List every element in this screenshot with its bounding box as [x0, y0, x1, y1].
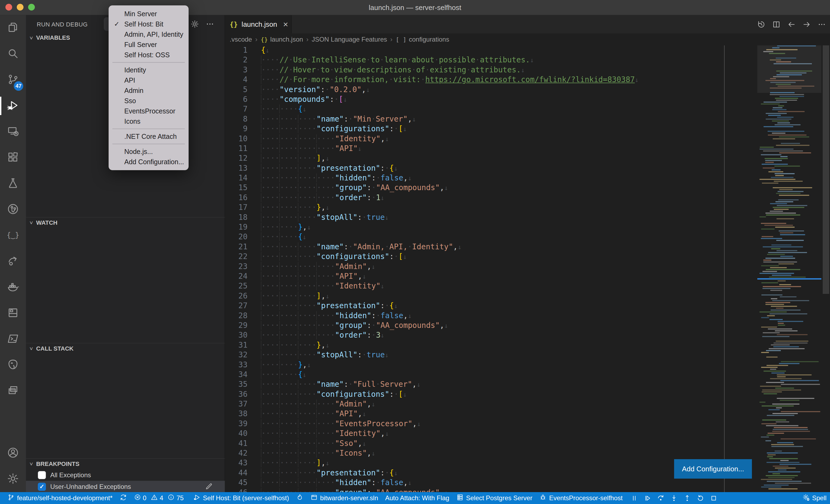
statusbar-item-feature-self-hosted-development-[interactable]: feature/self-hosted-development*	[4, 492, 116, 504]
menu-item-icons[interactable]: Icons	[108, 116, 189, 126]
line-number[interactable]: 42	[225, 448, 248, 458]
code-line[interactable]: 29················"group":·"AA_compounds…	[225, 321, 757, 330]
pause-icon[interactable]	[629, 493, 640, 503]
activitybar-item-run-and-debug[interactable]	[0, 93, 26, 119]
open-launch-json-gear-icon[interactable]	[190, 19, 200, 29]
step-over-icon[interactable]	[655, 493, 666, 503]
breakpoint-row[interactable]: All Exceptions	[26, 469, 225, 481]
section-header-call-stack[interactable]: >CALL STACK	[26, 343, 225, 354]
breadcrumb-item-launch-json[interactable]: {}launch.json	[261, 36, 303, 43]
code-line[interactable]: 15················"group":·"AA_compounds…	[225, 183, 757, 193]
line-number[interactable]: 27	[225, 301, 248, 311]
code-line[interactable]: 6····"compounds":·[↓	[225, 95, 757, 104]
code-line[interactable]: 1{↓	[225, 45, 757, 55]
line-number[interactable]: 26	[225, 291, 248, 301]
menu-item-full-server[interactable]: Full Server	[108, 39, 189, 50]
code-line[interactable]: 41················"Sso",↓	[225, 439, 757, 448]
code-line[interactable]: 2····//·Use·IntelliSense·to·learn·about·…	[225, 55, 757, 65]
section-header-breakpoints[interactable]: >BREAKPOINTS	[26, 458, 225, 469]
code-line[interactable]: 4····//·For·more·information,·visit:·htt…	[225, 75, 757, 85]
line-number[interactable]: 38	[225, 409, 248, 418]
code-line[interactable]: 13············"presentation":·{↓	[225, 163, 757, 173]
more-icon[interactable]	[817, 20, 826, 29]
editor-scrollbar[interactable]	[822, 45, 830, 492]
line-number[interactable]: 4	[225, 75, 248, 85]
line-number[interactable]: 44	[225, 468, 248, 478]
code-line[interactable]: 24················"API",↓	[225, 271, 757, 281]
menu-item-min-server[interactable]: Min Server	[108, 9, 189, 19]
restart-icon[interactable]	[695, 493, 706, 503]
line-number[interactable]: 10	[225, 134, 248, 144]
activitybar-item-window-layouts[interactable]	[0, 378, 26, 404]
statusbar-item-bitwarden-server-sln[interactable]: bitwarden-server.sln	[307, 492, 382, 504]
code-line[interactable]: 18············"stopAll":·true↓	[225, 212, 757, 222]
line-number[interactable]: 8	[225, 114, 248, 124]
statusbar-item-spell[interactable]: Spell	[799, 492, 830, 504]
activitybar-item-terminal[interactable]	[0, 326, 26, 352]
line-number[interactable]: 16	[225, 193, 248, 203]
menu-item--net-core-attach[interactable]: .NET Core Attach	[108, 131, 189, 141]
menu-item-identity[interactable]: Identity	[108, 65, 189, 75]
line-number[interactable]: 23	[225, 262, 248, 271]
close-tab-icon[interactable]: ×	[283, 20, 288, 29]
activitybar-item-search[interactable]	[0, 41, 26, 67]
line-number[interactable]: 36	[225, 390, 248, 399]
code-line[interactable]: 25················"Identity"↓	[225, 281, 757, 291]
line-number[interactable]: 35	[225, 379, 248, 389]
code-line[interactable]: 37················"Admin",↓	[225, 399, 757, 409]
activitybar-item-testing[interactable]	[0, 171, 26, 197]
statusbar-item-select-postgres-server[interactable]: Select Postgres Server	[453, 492, 536, 504]
line-number[interactable]: 28	[225, 311, 248, 321]
line-number[interactable]: 12	[225, 154, 248, 163]
breadcrumb-item--vscode[interactable]: .vscode	[230, 36, 252, 43]
menu-item-eventsprocessor[interactable]: EventsProcessor	[108, 106, 189, 116]
breadcrumb-item-configurations[interactable]: [ ]configurations	[395, 36, 449, 43]
menu-item-admin[interactable]: Admin	[108, 86, 189, 96]
code-line[interactable]: 32············"stopAll":·true↓	[225, 350, 757, 360]
breakpoint-checkbox[interactable]: ✓	[38, 483, 46, 491]
arrow-left-icon[interactable]	[787, 20, 796, 29]
line-number[interactable]: 19	[225, 222, 248, 232]
line-number[interactable]: 3	[225, 65, 248, 75]
line-number[interactable]: 37	[225, 399, 248, 409]
code-line[interactable]: 8············"name":·"Min·Server",↓	[225, 114, 757, 124]
code-line[interactable]: 21············"name":·"Admin,·API,·Ident…	[225, 242, 757, 252]
section-header-watch[interactable]: >WATCH	[26, 217, 225, 228]
stop-icon[interactable]	[708, 493, 719, 503]
code-line[interactable]: 45················"hidden":·false,↓	[225, 478, 757, 488]
code-line[interactable]: 3····//·Hover·to·view·descriptions·of·ex…	[225, 65, 757, 75]
line-number[interactable]: 32	[225, 350, 248, 360]
activitybar-item-explorer[interactable]	[0, 15, 26, 41]
line-number[interactable]: 31	[225, 340, 248, 350]
step-into-icon[interactable]	[668, 493, 679, 503]
code-line[interactable]: 17············},↓	[225, 203, 757, 212]
line-number[interactable]: 40	[225, 429, 248, 438]
code-line[interactable]: 31············},↓	[225, 340, 757, 350]
line-number[interactable]: 13	[225, 163, 248, 173]
activitybar-item-extensions[interactable]	[0, 145, 26, 171]
activitybar-item-source-control[interactable]: 47	[0, 67, 26, 93]
step-out-icon[interactable]	[682, 493, 693, 503]
line-number[interactable]: 18	[225, 212, 248, 222]
line-number[interactable]: 7	[225, 104, 248, 114]
activitybar-item-account[interactable]	[0, 440, 26, 466]
menu-item-api[interactable]: API	[108, 75, 189, 86]
line-number[interactable]: 15	[225, 183, 248, 193]
code-line[interactable]: 36············"configurations":·[↓	[225, 390, 757, 399]
line-number[interactable]: 33	[225, 360, 248, 370]
code-line[interactable]: 7········{↓	[225, 104, 757, 114]
line-number[interactable]: 45	[225, 478, 248, 488]
line-number[interactable]: 29	[225, 321, 248, 330]
code-editor[interactable]: 1{↓2····//·Use·IntelliSense·to·learn·abo…	[225, 45, 757, 498]
statusbar-item-auto-attach-with-flag[interactable]: Auto Attach: With Flag	[382, 492, 452, 504]
line-number[interactable]: 1	[225, 45, 248, 55]
activitybar-item-remote-explorer[interactable]	[0, 119, 26, 145]
minimap-viewport[interactable]	[757, 45, 821, 93]
line-number[interactable]: 6	[225, 95, 248, 104]
code-line[interactable]: 26············],↓	[225, 291, 757, 301]
continue-icon[interactable]	[642, 493, 653, 503]
code-line[interactable]: 16················"order":·1↓	[225, 193, 757, 203]
code-line[interactable]: 38················"API",↓	[225, 409, 757, 418]
line-number[interactable]: 9	[225, 124, 248, 134]
history-icon[interactable]	[757, 20, 766, 29]
